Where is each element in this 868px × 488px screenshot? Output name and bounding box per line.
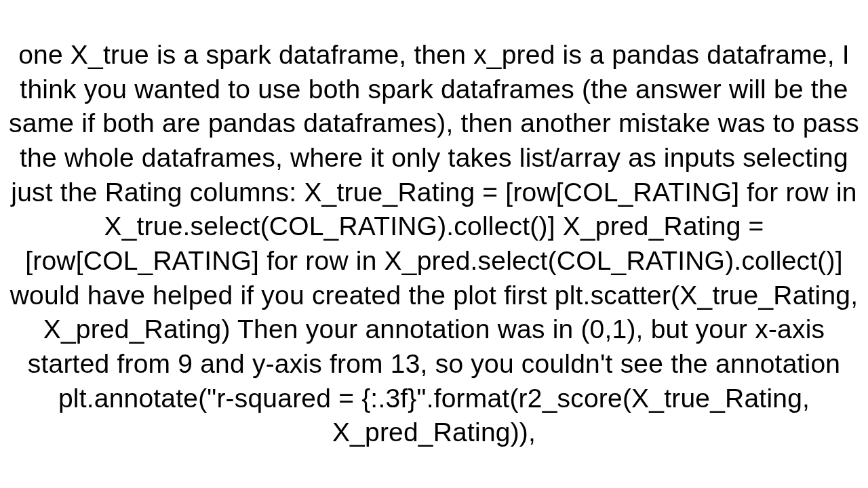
body-text-paragraph: one X_true is a spark dataframe, then x_…: [7, 38, 861, 450]
